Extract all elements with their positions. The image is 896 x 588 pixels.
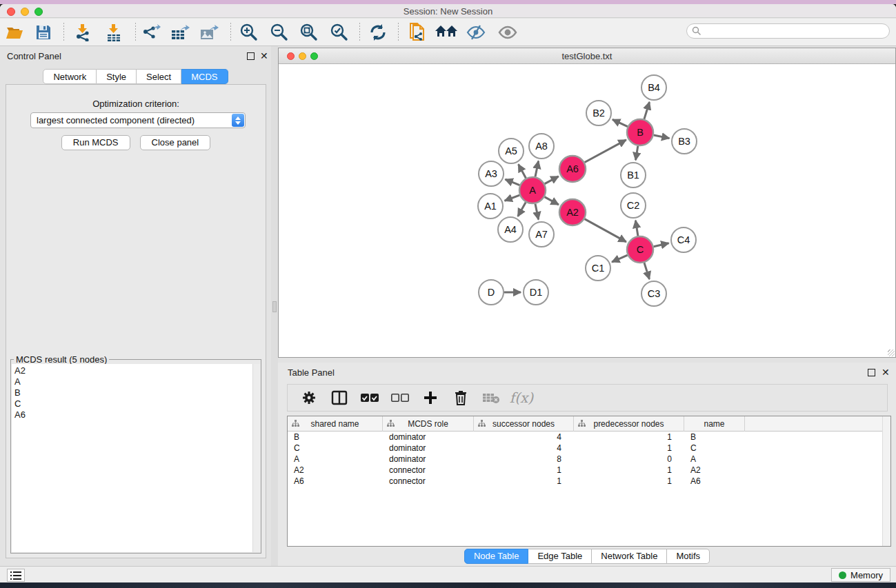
table-cell[interactable]: dominator — [383, 432, 474, 443]
graph-edge-A-A6[interactable] — [545, 176, 559, 184]
graph-edge-B-B1[interactable] — [636, 146, 638, 161]
table-cell[interactable]: A2 — [288, 465, 383, 476]
tab-network-table[interactable]: Network Table — [592, 549, 667, 564]
graph-edge-A-A7[interactable] — [535, 204, 539, 220]
tab-style[interactable]: Style — [97, 69, 137, 84]
table-cell[interactable]: connector — [383, 465, 474, 476]
import-table-icon[interactable] — [102, 21, 126, 43]
graph-edge-B-B2[interactable] — [613, 119, 628, 126]
zoom-out-icon[interactable] — [268, 21, 291, 43]
graph-edge-A-A2[interactable] — [545, 197, 559, 205]
close-table-panel-icon[interactable]: ✕ — [882, 366, 890, 378]
graph-edge-C-C1[interactable] — [612, 255, 628, 262]
table-cell[interactable]: 1 — [574, 443, 684, 454]
panel-splitter[interactable] — [271, 46, 278, 566]
table-cell[interactable]: dominator — [383, 454, 474, 465]
import-network-icon[interactable] — [71, 21, 94, 43]
tab-mcds[interactable]: MCDS — [181, 69, 228, 84]
tab-node-table[interactable]: Node Table — [464, 549, 529, 564]
zoom-fit-icon[interactable] — [297, 21, 321, 43]
table-cell[interactable]: A — [288, 454, 383, 465]
table-cell[interactable]: 4 — [474, 432, 574, 443]
refresh-icon[interactable] — [366, 21, 390, 43]
table-row[interactable]: A2connector11A2 — [288, 465, 890, 476]
table-cell[interactable]: A6 — [684, 476, 745, 487]
new-network-icon[interactable] — [406, 21, 429, 43]
tab-edge-table[interactable]: Edge Table — [528, 549, 592, 564]
optimization-criterion-select[interactable]: largest connected component (directed) — [30, 112, 246, 128]
close-panel-button[interactable]: Close panel — [140, 135, 211, 150]
table-cell[interactable]: A2 — [684, 465, 745, 476]
table-cell[interactable]: 1 — [474, 465, 574, 476]
column-header-successor-nodes[interactable]: successor nodes — [474, 416, 574, 432]
graph-edge-C-C2[interactable] — [635, 221, 638, 236]
function-builder-icon[interactable]: f(x) — [511, 387, 532, 408]
graph-edge-B-B4[interactable] — [644, 102, 650, 119]
float-panel-icon[interactable] — [247, 52, 255, 60]
network-graph[interactable]: B4B2BB3A5A8A6B1A3AC2A1A2A4A7C4CC1C3DD1 — [279, 65, 895, 357]
select-all-icon[interactable] — [359, 387, 380, 408]
table-row[interactable]: Bdominator41B — [288, 432, 890, 443]
column-header-name[interactable]: name — [684, 416, 745, 432]
graph-edge-A-A8[interactable] — [535, 161, 539, 177]
float-table-panel-icon[interactable] — [868, 369, 875, 376]
result-item[interactable]: A2 — [14, 365, 250, 376]
show-eye-icon[interactable] — [496, 21, 519, 43]
gear-icon[interactable] — [299, 387, 319, 408]
add-column-icon[interactable] — [420, 387, 441, 408]
table-cell[interactable]: C — [684, 443, 745, 454]
search-field[interactable] — [686, 23, 890, 39]
result-item[interactable]: B — [14, 387, 250, 398]
export-image-icon[interactable] — [197, 21, 221, 43]
search-input[interactable] — [701, 25, 889, 37]
network-resize-handle[interactable] — [888, 349, 895, 356]
result-item[interactable]: C — [14, 398, 250, 409]
save-session-icon[interactable] — [32, 21, 55, 43]
graph-edge-A-A5[interactable] — [519, 164, 526, 178]
result-scrollbar[interactable] — [252, 364, 260, 552]
table-cell[interactable]: B — [684, 432, 745, 443]
column-header-predecessor-nodes[interactable]: predecessor nodes — [574, 416, 684, 432]
table-cell[interactable]: 1 — [574, 465, 684, 476]
table-cell[interactable]: 4 — [474, 443, 574, 454]
column-header-shared-name[interactable]: shared name — [288, 416, 383, 432]
table-cell[interactable]: A — [684, 454, 745, 465]
zoom-in-icon[interactable] — [237, 21, 261, 43]
tab-motifs[interactable]: Motifs — [667, 549, 710, 564]
column-header-MCDS-role[interactable]: MCDS role — [383, 416, 474, 432]
table-cell[interactable]: 1 — [474, 476, 574, 487]
delete-table-icon[interactable] — [481, 387, 501, 408]
table-scrollbar[interactable] — [882, 416, 890, 546]
task-history-icon[interactable] — [7, 569, 25, 582]
run-mcds-button[interactable]: Run MCDS — [61, 135, 130, 150]
table-row[interactable]: A6connector11A6 — [288, 476, 890, 487]
graph-edge-A2-C[interactable] — [585, 219, 626, 242]
column-view-icon[interactable] — [329, 387, 350, 408]
graph-edge-A6-B[interactable] — [585, 140, 626, 163]
result-item[interactable]: A6 — [14, 409, 250, 420]
table-cell[interactable]: 0 — [574, 454, 684, 465]
home-icon[interactable] — [435, 21, 458, 43]
splitter-grip[interactable] — [272, 301, 277, 312]
memory-button[interactable]: Memory — [831, 568, 890, 582]
tab-network[interactable]: Network — [43, 69, 97, 84]
table-cell[interactable]: A6 — [288, 476, 383, 487]
graph-edge-A-A3[interactable] — [505, 179, 519, 185]
result-item[interactable]: A — [14, 376, 250, 387]
table-cell[interactable]: dominator — [383, 443, 474, 454]
network-view-titlebar[interactable]: testGlobe.txt — [279, 48, 895, 64]
export-network-icon[interactable] — [139, 21, 163, 43]
table-row[interactable]: Adominator80A — [288, 454, 890, 465]
table-row[interactable]: Cdominator41C — [288, 443, 890, 454]
zoom-selected-icon[interactable] — [328, 21, 351, 43]
close-panel-icon[interactable]: ✕ — [260, 50, 268, 62]
delete-icon[interactable] — [450, 387, 471, 408]
table-cell[interactable]: B — [288, 432, 383, 443]
graph-edge-A-A1[interactable] — [505, 195, 520, 201]
graph-edge-B-B3[interactable] — [654, 135, 670, 139]
table-cell[interactable]: C — [288, 443, 383, 454]
table-cell[interactable]: 1 — [574, 432, 684, 443]
graph-edge-A-A4[interactable] — [518, 202, 526, 216]
hide-eye-icon[interactable] — [464, 21, 488, 43]
table-cell[interactable]: connector — [383, 476, 474, 487]
